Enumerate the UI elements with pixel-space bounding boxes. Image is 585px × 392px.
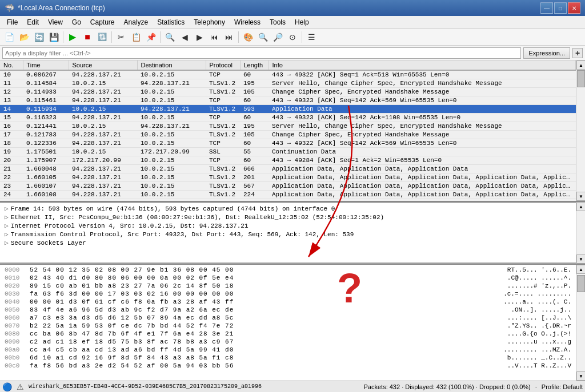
table-row[interactable]: 12 0.114933 94.228.137.21 10.0.2.15 TLSv… [0, 88, 576, 96]
cell-no: 11 [0, 79, 23, 88]
toolbar-stop[interactable]: ■ [81, 30, 94, 44]
packet-list-scrollbar[interactable]: ▲ ▼ [576, 60, 585, 201]
table-row[interactable]: 18 0.122336 94.228.137.21 10.0.2.15 TCP … [0, 139, 576, 148]
hex-scrollbar[interactable]: ▲ ▼ [576, 265, 585, 381]
maximize-button[interactable]: □ [554, 2, 567, 14]
detail-scrollbar[interactable]: ▲ ▼ [576, 202, 585, 264]
menu-go[interactable]: Go [67, 17, 86, 27]
status-filename: wireshark_6E53EB57-EB48-4CC4-9D52-039E46… [29, 383, 262, 390]
menu-capture[interactable]: Capture [86, 17, 119, 27]
menu-analyze[interactable]: Analyze [119, 17, 153, 27]
toolbar-restart[interactable]: 🔃 [95, 30, 109, 44]
hex-row: 0030 fa 63 f6 3d 00 00 17 03 03 02 16 00… [2, 290, 574, 298]
table-row[interactable]: 22 1.660105 94.228.137.21 10.0.2.15 TLSv… [0, 173, 576, 182]
toolbar-go-fwd[interactable]: ▶ [193, 30, 206, 44]
table-row[interactable]: 19 1.175501 10.0.2.15 172.217.20.99 SSL … [0, 148, 576, 156]
cell-time: 1.660105 [23, 173, 69, 182]
toolbar-go-last[interactable]: ⏭ [222, 30, 236, 44]
toolbar-zoom-normal[interactable]: ⊙ [286, 30, 299, 44]
toolbar-save[interactable]: 💾 [47, 30, 61, 44]
table-row[interactable]: 24 1.660108 94.228.137.21 10.0.2.15 TLSv… [0, 191, 576, 199]
hex-ascii: ....G.{o O..j.(>! [507, 330, 571, 338]
hex-row: 0070 b2 22 5a 1a 59 53 0f ce dc 7b bd 44… [2, 322, 574, 330]
close-button[interactable]: ✕ [568, 2, 580, 14]
toolbar-paste[interactable]: 📌 [144, 30, 158, 44]
col-header-no[interactable]: No. [0, 60, 23, 70]
hex-bytes: a7 c3 e3 3a d3 d5 d6 12 5b 07 89 4a ec d… [30, 314, 503, 322]
detail-text: Frame 14: 593 bytes on wire (4744 bits),… [11, 205, 335, 212]
col-header-protocol[interactable]: Protocol [206, 60, 240, 70]
add-filter-button[interactable]: + [572, 48, 583, 58]
menu-statistics[interactable]: Statistics [153, 17, 189, 27]
cell-time: 1.660048 [23, 165, 69, 173]
filter-input[interactable] [2, 47, 521, 59]
toolbar-zoom-in[interactable]: 🔍 [256, 30, 270, 44]
scroll-up-arrow[interactable]: ▲ [576, 60, 585, 70]
detail-scroll-up[interactable]: ▲ [576, 202, 585, 211]
menu-edit[interactable]: Edit [22, 17, 43, 27]
toolbar-new[interactable]: 📄 [2, 30, 16, 44]
table-row[interactable]: 14 0.115934 10.0.2.15 94.228.137.21 TLSv… [0, 105, 576, 114]
cell-src: 10.0.2.15 [69, 79, 137, 88]
toolbar-go-back[interactable]: ◀ [178, 30, 191, 44]
table-row[interactable]: 16 0.121441 10.0.2.15 94.228.137.21 TLSv… [0, 122, 576, 131]
toolbar-close[interactable]: 🔄 [32, 30, 46, 44]
menu-file[interactable]: File [2, 17, 22, 27]
toolbar-zoom-out[interactable]: 🔎 [271, 30, 285, 44]
expression-button[interactable]: Expression... [523, 47, 570, 59]
cell-len: 60 [240, 114, 269, 122]
detail-row[interactable]: ▷Ethernet II, Src: PcsCompu_9e:b1:36 (08… [2, 213, 574, 221]
cell-info: Server Hello, Change Cipher Spec, Encryp… [269, 122, 576, 131]
scroll-down-arrow[interactable]: ▼ [576, 192, 585, 201]
toolbar-open[interactable]: 📂 [17, 30, 31, 44]
detail-row[interactable]: ▷Internet Protocol Version 4, Src: 10.0.… [2, 221, 574, 230]
detail-row[interactable]: ▷Transmission Control Protocol, Src Port… [2, 230, 574, 239]
col-header-length[interactable]: Length [240, 60, 269, 70]
toolbar-start[interactable]: ▶ [66, 30, 79, 44]
toolbar-go-first[interactable]: ⏮ [207, 30, 221, 44]
toolbar-colorize[interactable]: 🎨 [241, 30, 255, 44]
table-row[interactable]: 13 0.115461 94.228.137.21 10.0.2.15 TCP … [0, 96, 576, 105]
detail-scroll-down[interactable]: ▼ [576, 254, 585, 264]
col-header-time[interactable]: Time [23, 60, 69, 70]
table-row[interactable]: 11 0.114584 10.0.2.15 94.228.137.21 TLSv… [0, 79, 576, 88]
hex-offset: 0010 [5, 274, 25, 282]
menu-help[interactable]: Help [290, 17, 314, 27]
scroll-thumb[interactable] [577, 70, 585, 87]
toolbar-menu[interactable]: ☰ [304, 30, 318, 44]
cell-time: 0.121441 [23, 122, 69, 131]
status-bar: 🔵 ⚠ wireshark_6E53EB57-EB48-4CC4-9D52-03… [0, 381, 585, 392]
hex-scroll-down[interactable]: ▼ [576, 371, 585, 381]
table-row[interactable]: 20 1.175907 172.217.20.99 10.0.2.15 TCP … [0, 156, 576, 165]
hex-ascii: .ON..]. .....j.. [511, 306, 571, 314]
table-row[interactable]: 15 0.116323 94.228.137.21 10.0.2.15 TCP … [0, 114, 576, 122]
table-row[interactable]: 21 1.660048 94.228.137.21 10.0.2.15 TLSv… [0, 165, 576, 173]
cell-no: 21 [0, 165, 23, 173]
window-title: *Local Area Connection (tcp) [18, 4, 105, 12]
table-row[interactable]: 17 0.121783 94.228.137.21 10.0.2.15 TLSv… [0, 131, 576, 139]
ready-icon: 🔵 [2, 382, 12, 391]
cell-dst: 10.0.2.15 [137, 139, 206, 148]
menu-view[interactable]: View [43, 17, 67, 27]
cell-time: 0.086267 [23, 70, 69, 79]
toolbar-cut[interactable]: ✂ [114, 30, 128, 44]
menu-tools[interactable]: Tools [265, 17, 290, 27]
cell-time: 0.122336 [23, 139, 69, 148]
col-header-destination[interactable]: Destination [137, 60, 206, 70]
toolbar-find[interactable]: 🔍 [163, 30, 177, 44]
minimize-button[interactable]: — [540, 2, 553, 14]
cell-proto: TCP [206, 139, 240, 148]
detail-row[interactable]: ▷Secure Sockets Layer [2, 239, 574, 247]
table-row[interactable]: 10 0.086267 94.228.137.21 10.0.2.15 TCP … [0, 70, 576, 79]
col-header-source[interactable]: Source [69, 60, 137, 70]
menu-telephony[interactable]: Telephony [189, 17, 230, 27]
detail-row[interactable]: ▷Frame 14: 593 bytes on wire (4744 bits)… [2, 204, 574, 213]
hex-scroll-up[interactable]: ▲ [576, 265, 585, 274]
cell-src: 94.228.137.21 [69, 173, 137, 182]
hex-scroll-thumb[interactable] [577, 275, 585, 292]
col-header-info[interactable]: Info [269, 60, 576, 70]
menu-wireless[interactable]: Wireless [230, 17, 265, 27]
table-row[interactable]: 23 1.660107 94.228.137.21 10.0.2.15 TLSv… [0, 182, 576, 191]
hex-bytes: cc ba 06 8b 47 8d 7b 6f 4f e1 7f 6a e4 2… [30, 330, 503, 338]
toolbar-copy[interactable]: 📋 [129, 30, 143, 44]
